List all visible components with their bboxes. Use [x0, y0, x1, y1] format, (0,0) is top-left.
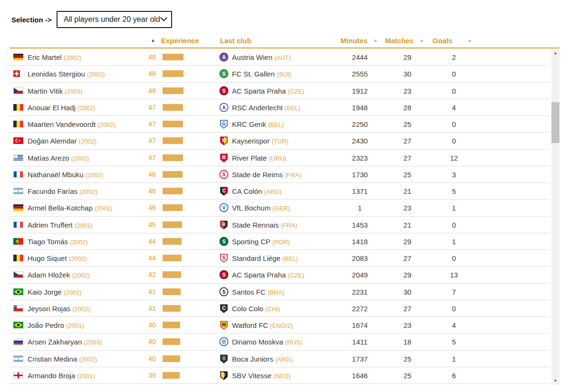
player-selection-dropdown[interactable]: All players under 20 year old: [57, 11, 172, 28]
scroll-up-icon[interactable]: ▲: [551, 49, 559, 57]
player-row[interactable]: Arsen Zakharyan (2003) 40 D Dinamo Moskv…: [10, 334, 550, 350]
club-logo-icon: W: [219, 320, 229, 330]
matches-value: 30: [386, 70, 429, 78]
player-name: Kaio Jorge: [28, 287, 62, 296]
sort-arrow-matches-icon[interactable]: ▲: [418, 38, 425, 43]
minutes-value: 1912: [338, 86, 381, 95]
player-row[interactable]: Adam Hložek (2002) 42 S AC Sparta Praha …: [10, 267, 550, 283]
table-header: ▲ Experience Last club Minutes ▲ Matches…: [10, 37, 559, 48]
club-cell: River Plate (URU): [232, 153, 286, 162]
player-row[interactable]: João Pedro (2001) 40 W Watford FC (ENG/2…: [10, 317, 550, 334]
player-row[interactable]: Kaio Jorge (2002) 41 S Santos FC (BRA) 2…: [10, 284, 550, 300]
player-row[interactable]: Doğan Alemdar (2002) 47 K Kayserispor (T…: [10, 133, 550, 149]
club-name: SBV Vitesse: [232, 371, 271, 379]
club-logo-icon: C: [219, 304, 229, 313]
player-name: Arsen Zakharyan: [28, 338, 82, 346]
player-row[interactable]: Eric Martel (2002) 48 A Austria Wien (AU…: [10, 49, 550, 66]
scroll-down-icon[interactable]: ▼: [551, 377, 559, 385]
player-row[interactable]: Maarten Vandevoordt (2002) 47 G KRC Genk…: [10, 116, 550, 133]
player-row[interactable]: Leonidas Stergiou (2002) 48 S FC St. Gal…: [10, 66, 550, 82]
club-cell: Colo Colo (CHI): [232, 304, 280, 312]
club-logo-icon: B: [219, 354, 229, 363]
flag-icon: [13, 54, 24, 60]
club-name: Colo Colo: [232, 304, 263, 312]
sort-arrow-player-icon[interactable]: ▲: [150, 38, 156, 43]
player-row[interactable]: Armel Bella-Kotchap (2001) 46 V VfL Boch…: [10, 200, 550, 216]
sort-arrow-minutes-icon[interactable]: ▲: [372, 38, 379, 43]
column-header-matches[interactable]: Matches: [385, 37, 414, 45]
goals-value: 0: [433, 120, 475, 128]
column-header-experience[interactable]: Experience: [161, 37, 199, 45]
player-name-cell: Cristian Medina (2002): [28, 354, 97, 363]
goals-value: 13: [433, 271, 475, 279]
player-birth-year: (2002): [72, 272, 90, 279]
club-name: AC Sparta Praha: [232, 86, 286, 95]
goals-value: 1: [433, 354, 475, 363]
experience-bar: [163, 54, 183, 60]
svg-text:S: S: [222, 272, 226, 277]
club-logo-icon: S: [219, 287, 229, 296]
club-logo-icon: V: [219, 203, 229, 212]
goals-value: 5: [433, 338, 475, 346]
vertical-scrollbar[interactable]: ▲ ▼: [551, 49, 559, 385]
player-name: Martin Vitik: [28, 86, 63, 95]
svg-text:G: G: [222, 121, 226, 126]
matches-value: 29: [386, 271, 429, 279]
experience-bar: [163, 322, 180, 328]
club-country-code: (POR): [272, 238, 290, 245]
goals-value: 0: [433, 254, 475, 262]
player-row[interactable]: Matías Arezo (2002) 47 R River Plate (UR…: [10, 150, 550, 166]
flag-icon: [13, 271, 24, 278]
flag-icon: [13, 171, 24, 178]
player-name-cell: Eric Martel (2002): [28, 53, 81, 61]
experience-value: 46: [143, 187, 162, 195]
minutes-value: 2323: [338, 153, 381, 162]
matches-value: 25: [386, 170, 429, 178]
chevron-down-icon: [160, 17, 167, 22]
svg-text:S: S: [222, 289, 226, 294]
player-name: Adrien Truffert: [28, 220, 73, 229]
column-header-minutes[interactable]: Minutes: [338, 37, 367, 45]
player-row[interactable]: Armando Broja (2001) 39 V SBV Vitesse (N…: [10, 367, 550, 384]
minutes-value: 2444: [338, 53, 381, 61]
scrollbar-thumb[interactable]: [551, 102, 559, 143]
player-row[interactable]: Facundo Farías (2002) 46 C CA Colón (ARG…: [10, 183, 550, 200]
player-row[interactable]: Jeyson Rojas (2002) 41 C Colo Colo (CHI)…: [10, 300, 550, 317]
player-row[interactable]: Adrien Truffert (2001) 45 R Stade Rennai…: [10, 217, 550, 233]
player-row[interactable]: Nathanaël Mbuku (2002) 46 S Stade de Rei…: [10, 166, 550, 183]
club-country-code: (CZE): [288, 87, 305, 95]
svg-text:C: C: [222, 306, 225, 311]
player-birth-year: (2002): [79, 138, 97, 145]
club-cell: Austria Wien (AUT): [232, 53, 291, 61]
player-row[interactable]: Anouar El Hadj (2002) 47 A RSC Anderlech…: [10, 99, 550, 116]
club-cell: FC St. Gallen (SUI): [232, 70, 291, 78]
minutes-value: 2555: [338, 70, 381, 78]
experience-value: 41: [143, 288, 162, 296]
minutes-value: 1674: [338, 321, 381, 329]
column-header-last-club[interactable]: Last club: [220, 37, 251, 45]
player-name-cell: Leonidas Stergiou (2002): [28, 70, 105, 78]
club-cell: AC Sparta Praha (CZE): [232, 271, 304, 279]
experience-bar: [163, 221, 182, 228]
matches-value: 27: [386, 137, 429, 145]
player-row[interactable]: Cristian Medina (2002) 40 B Boca Juniors…: [10, 351, 550, 367]
player-name-cell: Adam Hložek (2002): [28, 271, 90, 279]
player-name-cell: Adrien Truffert (2001): [28, 220, 93, 229]
club-logo-icon: R: [219, 220, 229, 229]
flag-icon: [13, 338, 24, 345]
flag-icon: [13, 188, 24, 194]
matches-value: 23: [386, 321, 429, 329]
player-row[interactable]: Tiago Tomás (2002) 44 S Sporting CP (POR…: [10, 233, 550, 250]
experience-value: 40: [143, 355, 162, 363]
column-header-goals[interactable]: Goals: [433, 37, 453, 45]
sort-arrow-goals-icon[interactable]: ▲: [466, 38, 473, 43]
player-birth-year: (2002): [64, 288, 82, 296]
club-name: Dinamo Moskva: [232, 338, 283, 346]
flag-icon: [13, 204, 24, 211]
player-row[interactable]: Hugo Siquet (2002) 44 S Standard Liège (…: [10, 250, 550, 267]
svg-text:S: S: [222, 71, 226, 76]
flag-icon: [13, 104, 24, 111]
player-row[interactable]: Martin Vitik (2003) 48 S AC Sparta Praha…: [10, 83, 550, 99]
player-birth-year: (2003): [65, 87, 83, 95]
club-name: CA Colón: [232, 187, 262, 195]
